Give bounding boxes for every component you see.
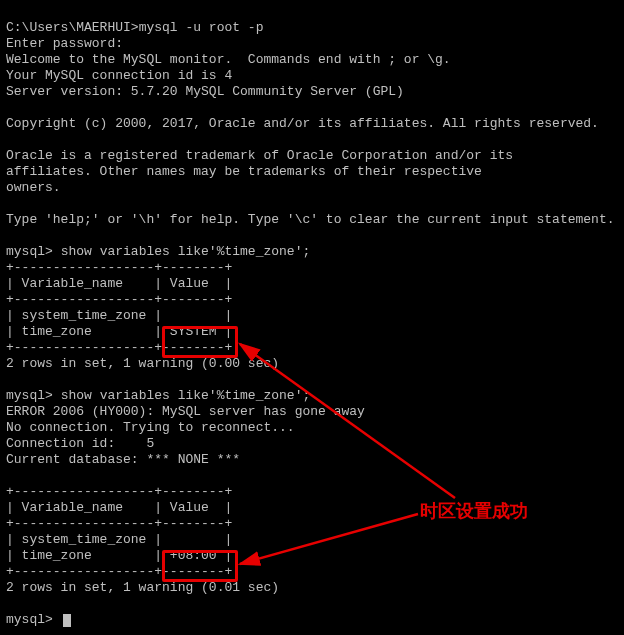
noconn: No connection. Trying to reconnect... (6, 420, 295, 435)
final-prompt[interactable]: mysql> (6, 612, 71, 627)
trademark2: affiliates. Other names may be trademark… (6, 164, 482, 179)
tbl2-border-top: +------------------+--------+ (6, 484, 232, 499)
annotation-text: 时区设置成功 (420, 499, 528, 523)
tbl1-header: | Variable_name | Value | (6, 276, 232, 291)
conn-id: Your MySQL connection id is 4 (6, 68, 232, 83)
highlight-system (162, 326, 238, 358)
query-line-2: mysql> show variables like'%time_zone'; (6, 388, 310, 403)
tbl2-header: | Variable_name | Value | (6, 500, 232, 515)
trademark3: owners. (6, 180, 61, 195)
prompt-line: C:\Users\MAERHUI>mysql -u root -p (6, 20, 263, 35)
cursor (63, 614, 71, 627)
mysql-prompt: mysql> (6, 244, 53, 259)
query-line-1: mysql> show variables like'%time_zone'; (6, 244, 310, 259)
tbl1-border-top: +------------------+--------+ (6, 260, 232, 275)
result2: 2 rows in set, 1 warning (0.01 sec) (6, 580, 279, 595)
terminal[interactable]: C:\Users\MAERHUI>mysql -u root -p Enter … (0, 0, 624, 632)
help: Type 'help;' or '\h' for help. Type '\c'… (6, 212, 615, 227)
highlight-0800 (162, 550, 238, 582)
query2: show variables like'%time_zone'; (61, 388, 311, 403)
tbl2-border-mid: +------------------+--------+ (6, 516, 232, 531)
trademark1: Oracle is a registered trademark of Orac… (6, 148, 513, 163)
connid2: Connection id: 5 (6, 436, 154, 451)
tbl1-border-mid: +------------------+--------+ (6, 292, 232, 307)
tbl2-row-system: | system_time_zone | | (6, 532, 232, 547)
shell-prompt: C:\Users\MAERHUI> (6, 20, 139, 35)
tbl1-row-system: | system_time_zone | | (6, 308, 232, 323)
err2006: ERROR 2006 (HY000): MySQL server has gon… (6, 404, 365, 419)
mysql-prompt: mysql> (6, 612, 53, 627)
copyright: Copyright (c) 2000, 2017, Oracle and/or … (6, 116, 599, 131)
welcome: Welcome to the MySQL monitor. Commands e… (6, 52, 451, 67)
curdb: Current database: *** NONE *** (6, 452, 240, 467)
server-ver: Server version: 5.7.20 MySQL Community S… (6, 84, 404, 99)
query1: show variables like'%time_zone'; (61, 244, 311, 259)
enter-password: Enter password: (6, 36, 123, 51)
cmd-login: mysql -u root -p (139, 20, 264, 35)
result1: 2 rows in set, 1 warning (0.00 sec) (6, 356, 279, 371)
mysql-prompt: mysql> (6, 388, 53, 403)
